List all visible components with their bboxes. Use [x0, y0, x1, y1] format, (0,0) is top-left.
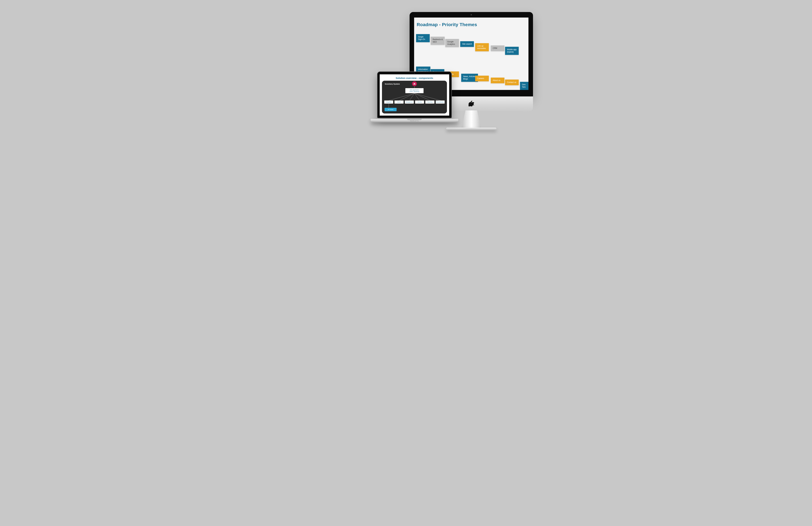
- module-row: IntegrationSearchManagementSecurityRepor…: [384, 101, 445, 104]
- webapp-line1: Web application: [406, 89, 423, 91]
- imac-stand-neck: [462, 111, 481, 128]
- module-box: Integration: [384, 101, 393, 104]
- svg-line-4: [415, 93, 420, 101]
- macbook-screen: Solution overview - components Inventory…: [380, 74, 449, 116]
- module-box: Search: [394, 101, 403, 104]
- roadmap-card: Single Sign-On: [416, 34, 430, 42]
- macbook-label: MacBook Pro: [371, 120, 458, 121]
- camera-icon: [470, 14, 472, 15]
- roadmap-card: Link up microsites: [475, 43, 489, 51]
- roadmap-card: Redirects & SEO: [431, 37, 445, 45]
- imac-stand: [453, 111, 489, 130]
- solution-panel: Inventory System: [382, 81, 447, 114]
- svg-line-2: [399, 93, 415, 101]
- imac-stand-foot: [446, 128, 496, 130]
- users-icon: [412, 81, 417, 86]
- camera-icon: [414, 73, 415, 74]
- roadmap-card: Google Analytics: [445, 39, 459, 47]
- api-box: API feeds: [385, 108, 396, 111]
- roadmap-card: Site search: [460, 41, 474, 47]
- module-box: Security: [415, 101, 424, 104]
- mockup-stage: Roadmap - Priority Themes Single Sign-On…: [288, 0, 524, 133]
- roadmap-card: About us: [491, 77, 504, 83]
- roadmap-card: Gen Tem: [520, 82, 528, 90]
- solution-title: Solution overview - components: [382, 77, 447, 79]
- module-box: Reporting: [425, 101, 434, 104]
- svg-line-6: [415, 93, 440, 101]
- roadmap-title: Roadmap - Priority Themes: [417, 22, 524, 27]
- svg-line-3: [409, 93, 415, 101]
- macbook-base: MacBook Pro: [371, 119, 458, 122]
- macbook-bezel: Solution overview - components Inventory…: [377, 71, 452, 118]
- webapp-box: Web application [PHP / Symfony]: [405, 88, 423, 93]
- svg-line-1: [389, 93, 415, 101]
- module-box: Management: [405, 101, 414, 104]
- webapp-line2: [PHP / Symfony]: [406, 91, 423, 92]
- module-box: Personalisation: [436, 101, 445, 104]
- apple-logo-icon: [468, 101, 474, 107]
- solution-slide: Solution overview - components Inventory…: [380, 74, 449, 116]
- svg-line-5: [415, 93, 430, 101]
- trackpad-notch: [407, 119, 422, 120]
- roadmap-card: Contact us: [505, 79, 519, 85]
- roadmap-card: Careers: [475, 76, 489, 81]
- macbook-device: Solution overview - components Inventory…: [371, 71, 458, 123]
